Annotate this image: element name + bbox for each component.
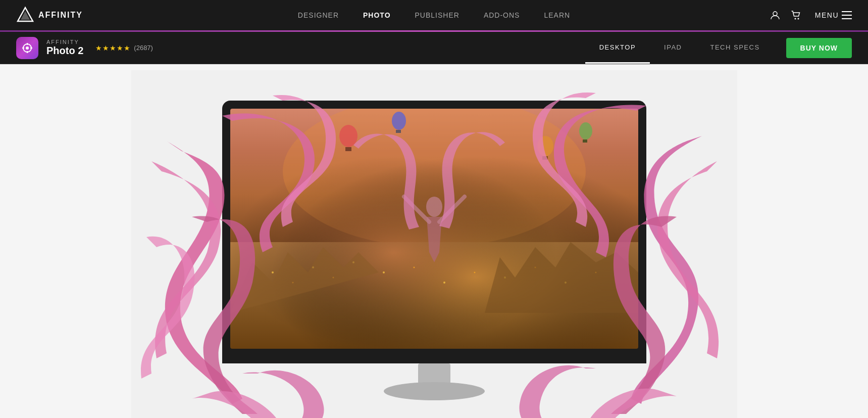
svg-point-9	[26, 47, 29, 50]
affinity-logo-icon	[16, 6, 34, 24]
svg-point-44	[426, 197, 442, 217]
top-navigation: AFFINITY DESIGNER PHOTO PUBLISHER ADD-ON…	[0, 0, 868, 30]
star-rating: ★★★★★	[95, 44, 131, 52]
tab-desktop[interactable]: DESKTOP	[585, 32, 650, 64]
svg-point-2	[773, 12, 777, 16]
buy-now-button[interactable]: BUY NOW	[786, 38, 852, 58]
svg-rect-43	[583, 140, 587, 143]
svg-rect-6	[842, 15, 852, 16]
nav-addons[interactable]: ADD-ONS	[484, 11, 520, 19]
rating-count: (2687)	[134, 44, 153, 52]
svg-point-31	[474, 271, 475, 273]
account-icon	[770, 10, 781, 21]
svg-point-42	[579, 122, 592, 140]
hero-illustration	[131, 70, 737, 419]
menu-hamburger-icon	[842, 11, 852, 19]
sub-navigation: AFFINITY Photo 2 ★★★★★ (2687) DESKTOP IP…	[0, 32, 868, 64]
svg-point-28	[383, 271, 385, 273]
svg-rect-7	[842, 18, 852, 19]
nav-learn[interactable]: LEARN	[544, 11, 570, 19]
product-info: AFFINITY Photo 2 ★★★★★ (2687)	[16, 37, 585, 59]
product-icon	[16, 37, 38, 59]
monitor-container	[207, 70, 661, 414]
hero-section	[0, 64, 868, 418]
photo-app-icon	[20, 41, 34, 55]
cart-icon	[791, 10, 802, 21]
svg-rect-37	[345, 147, 351, 151]
svg-point-3	[794, 18, 796, 20]
tab-ipad[interactable]: IPAD	[650, 32, 696, 64]
svg-point-23	[272, 271, 274, 273]
product-name-label: Photo 2	[46, 45, 83, 57]
nav-photo[interactable]: PHOTO	[363, 11, 391, 19]
nav-publisher[interactable]: PUBLISHER	[415, 11, 459, 19]
svg-point-30	[443, 282, 445, 284]
cart-button[interactable]	[791, 10, 802, 21]
svg-point-4	[797, 18, 799, 20]
menu-button[interactable]: MENU	[812, 11, 852, 19]
brand-name: AFFINITY	[38, 11, 83, 20]
svg-point-29	[413, 266, 415, 268]
top-nav-links: DESIGNER PHOTO PUBLISHER ADD-ONS LEARN	[298, 11, 570, 19]
nav-designer[interactable]: DESIGNER	[298, 11, 339, 19]
svg-point-38	[392, 112, 406, 130]
logo-area: AFFINITY	[16, 6, 83, 24]
svg-rect-45	[222, 349, 646, 363]
top-nav-right: MENU	[770, 10, 852, 21]
menu-label: MENU	[815, 11, 839, 19]
svg-rect-39	[396, 130, 401, 133]
tab-tech-specs[interactable]: TECH SPECS	[696, 32, 774, 64]
svg-rect-5	[842, 11, 852, 12]
rating-block: ★★★★★ (2687)	[95, 44, 153, 52]
svg-point-47	[384, 382, 485, 400]
sub-nav-tabs: DESKTOP IPAD TECH SPECS BUY NOW	[585, 32, 852, 64]
account-button[interactable]	[770, 10, 781, 21]
product-title-block: AFFINITY Photo 2	[46, 39, 83, 57]
product-brand-label: AFFINITY	[46, 39, 83, 45]
